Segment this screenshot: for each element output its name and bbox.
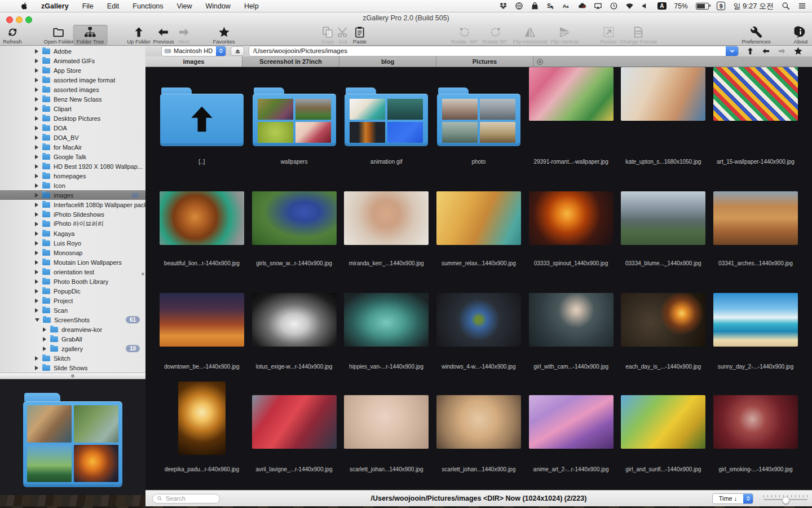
disclosure-icon[interactable] <box>35 174 38 178</box>
tab-screenshot-in-27inch[interactable]: Screenshot in 27inch <box>242 56 339 67</box>
menu-edit[interactable]: Edit <box>107 2 120 10</box>
slider-thumb[interactable] <box>782 497 789 504</box>
sidebar-item-iphoto-slideshows[interactable]: iPhoto Slideshows <box>0 209 145 219</box>
disclosure-icon[interactable] <box>35 183 38 188</box>
disclosure-icon[interactable] <box>35 87 38 92</box>
preferences-button[interactable]: Preferences <box>738 25 774 45</box>
grid-item-image[interactable]: each_day_is_...-812x508.jpg <box>617 292 709 395</box>
disclosure-icon[interactable] <box>35 260 38 265</box>
thumbnail-size-slider[interactable] <box>764 495 807 504</box>
grid-item-image[interactable]: hippies_van-...r-812x508.jpg <box>340 292 433 395</box>
forward-button[interactable] <box>778 47 786 55</box>
image-thumbnail[interactable] <box>621 191 705 245</box>
bag-icon[interactable] <box>531 2 539 10</box>
sidebar-item-adobe[interactable]: Adobe <box>0 46 145 56</box>
sidebar-item-homepages[interactable]: homepages <box>0 171 145 181</box>
image-thumbnail[interactable] <box>178 382 226 455</box>
sidebar-item-monosnap[interactable]: Monosnap <box>0 248 145 257</box>
disclosure-icon[interactable] <box>35 193 38 198</box>
apple-menu-icon[interactable] <box>20 2 29 10</box>
disclosure-icon[interactable] <box>35 231 38 236</box>
sidebar-item-orientation-test[interactable]: orientation test <box>0 267 145 277</box>
image-thumbnail[interactable] <box>713 191 798 245</box>
disclosure-icon[interactable] <box>35 145 38 150</box>
grid-item-image[interactable]: scarlett_johan...1440x900.jpg <box>433 395 525 490</box>
airplay-icon[interactable] <box>594 2 602 10</box>
sidebar-item-dreamview-kor[interactable]: dreamview-kor <box>0 325 145 334</box>
disclosure-icon[interactable] <box>43 347 46 351</box>
image-thumbnail[interactable] <box>529 191 614 245</box>
disclosure-icon[interactable] <box>35 203 38 207</box>
sidebar-item-benz-new-sclass[interactable]: Benz New Sclass <box>0 94 145 104</box>
sidebar-item-assorted-images[interactable]: assorted images <box>0 85 145 94</box>
image-thumbnail[interactable] <box>713 67 798 121</box>
grid-item-image[interactable]: miranda_kerr_...1440x900.jpg <box>340 190 433 292</box>
sidebar-item-doa[interactable]: DOA <box>0 123 145 133</box>
grid-item-image[interactable]: beautiful_lion...r-812x508.jpg <box>156 190 248 292</box>
image-thumbnail[interactable] <box>436 293 521 347</box>
sidebar-item-zgallery[interactable]: zgallery10 <box>0 344 145 353</box>
volume-select[interactable]: Macintosh HD <box>161 46 226 56</box>
volume-stepper[interactable] <box>216 46 226 56</box>
image-thumbnail[interactable] <box>621 293 705 347</box>
grid-item-image[interactable]: 29391-romant...-wallpaper.jpg <box>525 67 617 190</box>
image-thumbnail[interactable] <box>529 395 614 449</box>
grid-item-image[interactable]: 03333_spinout_1440x900.jpg <box>525 190 617 292</box>
sidebar-item-skitch[interactable]: Skitch <box>0 353 145 363</box>
grid-item-folder[interactable]: [..] <box>156 67 248 190</box>
battery-icon[interactable] <box>696 3 709 10</box>
path-dropdown-button[interactable] <box>726 46 738 56</box>
grid-item-image[interactable]: girl_smoking-...-812x508.jpg <box>709 395 802 490</box>
sort-stepper[interactable] <box>743 494 753 503</box>
disclosure-icon[interactable] <box>35 107 38 111</box>
sidebar-item-kagaya[interactable]: Kagaya <box>0 229 145 238</box>
grid-item-image[interactable]: sunny_day_2-...-812x508.jpg <box>709 292 802 395</box>
cloud-sync-icon[interactable] <box>578 2 586 10</box>
image-thumbnail[interactable] <box>252 293 337 347</box>
grid-item-image[interactable]: kate_upton_s...1680x1050.jpg <box>617 67 709 190</box>
image-thumbnail[interactable] <box>344 191 429 245</box>
menu-file[interactable]: File <box>82 2 94 10</box>
change-format-button[interactable]: PNGChange Format <box>616 25 660 45</box>
grid-item-folder[interactable]: photo <box>433 67 525 190</box>
fontsize-icon[interactable]: Aa <box>562 2 571 10</box>
sidebar-item-luis-royo[interactable]: Luis Royo <box>0 238 145 248</box>
disclosure-icon[interactable] <box>35 241 38 246</box>
grid-item-image[interactable]: summer_relax...1440x900.jpg <box>433 190 525 292</box>
grid-item-image[interactable]: lotus_exige-w...r-812x508.jpg <box>248 292 341 395</box>
grid-item-folder[interactable]: animation gif <box>340 67 433 190</box>
disclosure-icon[interactable] <box>35 78 38 82</box>
image-thumbnail[interactable] <box>160 293 244 347</box>
disclosure-icon[interactable] <box>35 97 38 102</box>
sidebar-item-for-macair[interactable]: for MacAir <box>0 142 145 152</box>
sidebar-item-google-talk[interactable]: Google Talk <box>0 152 145 161</box>
sidebar-item-iphoto[interactable]: iPhoto 라이브러리 <box>0 219 145 229</box>
image-thumbnail[interactable] <box>344 395 429 449</box>
grid-item-image[interactable]: anime_art_2-...r-812x508.jpg <box>525 395 617 490</box>
image-thumbnail[interactable] <box>529 293 614 347</box>
folder-tree-button[interactable]: Folder Tree <box>73 25 108 45</box>
disclosure-icon[interactable] <box>35 356 38 361</box>
disclosure-icon[interactable] <box>35 299 38 303</box>
open-folder-button[interactable]: Open Folder <box>41 25 77 45</box>
flip-horizontal-button[interactable]: Flip Horizontal <box>510 25 551 45</box>
grid-item-image[interactable]: 03334_blume..._1440x900.jpg <box>617 190 709 292</box>
menu-window[interactable]: Window <box>205 2 230 10</box>
sidebar-item-screenshots[interactable]: ScreenShots61 <box>0 315 145 325</box>
paste-button[interactable]: Paste <box>350 25 370 45</box>
image-thumbnail[interactable] <box>621 395 705 449</box>
image-thumbnail[interactable] <box>529 67 614 121</box>
add-tab-button[interactable] <box>533 56 546 67</box>
image-thumbnail[interactable] <box>252 395 337 449</box>
eject-button[interactable] <box>231 46 244 56</box>
sidebar-item-assorted-image-format[interactable]: assorted image format <box>0 75 145 85</box>
sidebar-item-interfacelift-1080p-wallpaper-pack[interactable]: Interfacelift 1080p Wallpaper pack <box>0 200 145 209</box>
about-button[interactable]: About <box>791 25 811 45</box>
grid-item-image[interactable]: girl_with_cam...-812x508.jpg <box>525 292 617 395</box>
sidebar-item-moutain-lion-wallpapers[interactable]: Moutain Lion Wallpapers <box>0 257 145 267</box>
disclosure-icon[interactable] <box>43 337 46 341</box>
image-thumbnail[interactable] <box>344 293 429 347</box>
notification-center-icon[interactable] <box>798 2 806 10</box>
disclosure-icon[interactable] <box>35 68 38 73</box>
volume-icon[interactable] <box>641 2 650 10</box>
